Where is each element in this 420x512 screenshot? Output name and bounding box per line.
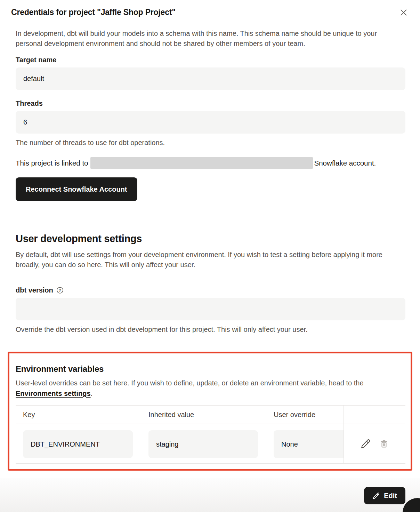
column-header-key: Key (16, 406, 141, 424)
env-var-override-value: None (274, 430, 344, 458)
env-var-key-value: DBT_ENVIRONMENT (23, 430, 133, 458)
close-icon (399, 8, 409, 17)
help-icon[interactable]: ? (56, 287, 64, 294)
edit-button[interactable]: Edit (364, 487, 405, 504)
environment-variables-description: User-level overrides can be set here. If… (16, 378, 405, 399)
modal-body: In development, dbt will build your mode… (0, 25, 420, 471)
env-desc-before-link: User-level overrides can be set here. If… (16, 379, 364, 387)
env-desc-after-link: . (91, 390, 93, 397)
edit-pencil-icon (372, 492, 380, 499)
cell-row-actions (344, 424, 405, 463)
dbt-version-label: dbt version (16, 286, 53, 294)
trash-icon (379, 439, 389, 449)
svg-text:?: ? (59, 288, 61, 293)
modal-title: Credentials for project "Jaffle Shop Pro… (11, 8, 176, 17)
snowflake-linked-text: This project is linked toSnowflake accou… (16, 157, 405, 169)
environment-variables-highlight-box: Environment variables User-level overrid… (8, 352, 412, 471)
cell-key: DBT_ENVIRONMENT (16, 424, 141, 463)
table-row: DBT_ENVIRONMENT staging None (16, 424, 405, 463)
dbt-version-label-row: dbt version ? (16, 286, 405, 294)
cell-inherited-value: staging (141, 424, 266, 463)
environment-variables-heading: Environment variables (16, 364, 405, 374)
pencil-icon (360, 439, 371, 449)
column-header-inherited-value: Inherited value (141, 406, 266, 424)
reconnect-snowflake-button[interactable]: Reconnect Snowflake Account (16, 177, 137, 201)
table-header-row: Key Inherited value User override (16, 406, 405, 424)
target-name-input[interactable] (16, 67, 405, 90)
environment-variables-table: Key Inherited value User override DBT_EN… (16, 405, 405, 464)
snowflake-text-before: This project is linked to (16, 159, 88, 167)
delete-env-var-button[interactable] (379, 438, 390, 449)
target-name-label: Target name (16, 56, 405, 64)
env-var-inherited-value: staging (148, 430, 258, 458)
snowflake-text-after: Snowflake account. (314, 159, 376, 167)
user-dev-settings-heading: User development settings (16, 233, 405, 245)
threads-input[interactable] (16, 111, 405, 134)
redacted-account-name (90, 157, 313, 169)
close-button[interactable] (398, 7, 410, 18)
user-dev-settings-description: By default, dbt will use settings from y… (16, 250, 405, 270)
column-header-user-override: User override (266, 406, 344, 424)
modal-header: Credentials for project "Jaffle Shop Pro… (0, 0, 420, 25)
edit-button-label: Edit (384, 492, 397, 500)
threads-label: Threads (16, 99, 405, 107)
edit-env-var-button[interactable] (360, 438, 371, 449)
cell-user-override: None (266, 424, 344, 463)
column-header-actions (344, 406, 405, 424)
credentials-modal: Credentials for project "Jaffle Shop Pro… (0, 0, 420, 512)
threads-help-text: The number of threads to use for dbt ope… (16, 139, 405, 147)
environments-settings-link[interactable]: Environments settings (16, 390, 91, 397)
reconnect-snowflake-label: Reconnect Snowflake Account (26, 185, 127, 193)
dbt-version-help-text: Override the dbt version used in dbt dev… (16, 326, 405, 334)
dbt-version-input[interactable] (16, 298, 405, 320)
schema-description-text: In development, dbt will build your mode… (16, 29, 405, 49)
modal-footer: Edit (0, 478, 420, 512)
